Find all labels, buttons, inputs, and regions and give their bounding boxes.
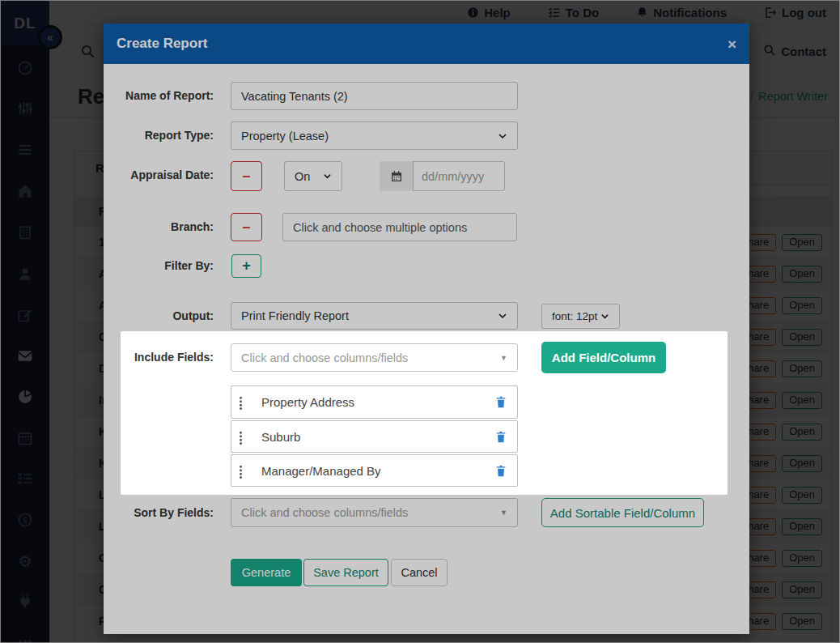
font-size-value: font: 12pt (552, 310, 597, 322)
cancel-button[interactable]: Cancel (391, 559, 448, 586)
field-name: Property Address (261, 395, 354, 409)
include-fields-label: Include Fields: (104, 351, 214, 364)
trash-icon[interactable] (494, 464, 507, 478)
modal-title: Create Report (117, 36, 207, 52)
date-placeholder: dd/mm/yyyy (422, 170, 484, 183)
filter-by-label: Filter By: (104, 259, 214, 272)
drag-handle-icon[interactable] (238, 395, 244, 411)
add-sortable-field-column-button[interactable]: Add Sortable Field/Column (541, 498, 704, 527)
field-name: Suburb (261, 430, 300, 444)
appraisal-date-label: Appraisal Date: (104, 168, 214, 181)
appraisal-date-operator-select[interactable]: On (284, 161, 342, 191)
chevron-down-icon (600, 312, 609, 321)
name-of-report-label: Name of Report: (104, 89, 214, 102)
field-name: Manager/Managed By (261, 464, 381, 478)
include-fields-placeholder: Click and choose columns/fields (241, 351, 408, 364)
modal-body: Name of Report: Vacating Tenants (2) Rep… (104, 64, 749, 634)
branch-multiselect[interactable]: Click and choose multiple options (282, 213, 517, 241)
sort-by-fields-label: Sort By Fields: (104, 506, 214, 519)
generate-button[interactable]: Generate (231, 559, 302, 586)
trash-icon[interactable] (494, 395, 507, 409)
appraisal-operator-value: On (295, 170, 310, 183)
drag-handle-icon[interactable] (238, 430, 244, 446)
drag-handle-icon[interactable] (238, 464, 244, 480)
sort-by-fields-dropdown[interactable]: Click and choose columns/fields ▼ (231, 498, 518, 527)
appraisal-date-input[interactable]: dd/mm/yyyy (380, 161, 505, 191)
font-size-select[interactable]: font: 12pt (541, 304, 620, 329)
remove-appraisal-date-button[interactable]: – (231, 161, 262, 191)
add-field-column-button[interactable]: Add Field/Column (541, 342, 666, 373)
create-report-modal: Create Report × Name of Report: Vacating… (104, 23, 749, 634)
add-filter-button[interactable]: + (231, 254, 261, 278)
dropdown-caret-icon: ▼ (500, 354, 507, 362)
branch-placeholder: Click and choose multiple options (293, 221, 467, 234)
included-field-row: Suburb (231, 420, 518, 453)
included-field-row: Manager/Managed By (231, 454, 518, 487)
calendar-icon[interactable] (380, 161, 414, 191)
report-name-input[interactable]: Vacating Tenants (2) (231, 82, 518, 110)
output-value: Print Friendly Report (241, 309, 349, 322)
output-label: Output: (104, 309, 214, 322)
modal-header: Create Report × (104, 23, 749, 64)
sort-by-placeholder: Click and choose columns/fields (241, 506, 408, 519)
included-field-row: Property Address (231, 385, 518, 419)
branch-label: Branch: (104, 220, 214, 233)
save-report-button[interactable]: Save Report (303, 559, 388, 586)
include-fields-dropdown[interactable]: Click and choose columns/fields ▼ (231, 343, 518, 372)
close-icon[interactable]: × (728, 36, 736, 52)
trash-icon[interactable] (494, 430, 507, 444)
chevron-down-icon (498, 131, 507, 141)
chevron-down-icon (498, 311, 507, 321)
report-type-label: Report Type: (104, 129, 214, 142)
report-name-value: Vacating Tenants (2) (241, 90, 348, 103)
report-type-select[interactable]: Property (Lease) (231, 121, 518, 150)
output-select[interactable]: Print Friendly Report (231, 302, 518, 330)
dropdown-caret-icon: ▼ (500, 509, 507, 517)
remove-branch-button[interactable]: – (231, 213, 262, 241)
app-root: Help To Do Notifications Log out Contact (0, 0, 840, 643)
report-type-value: Property (Lease) (241, 130, 329, 143)
chevron-down-icon (323, 172, 332, 181)
